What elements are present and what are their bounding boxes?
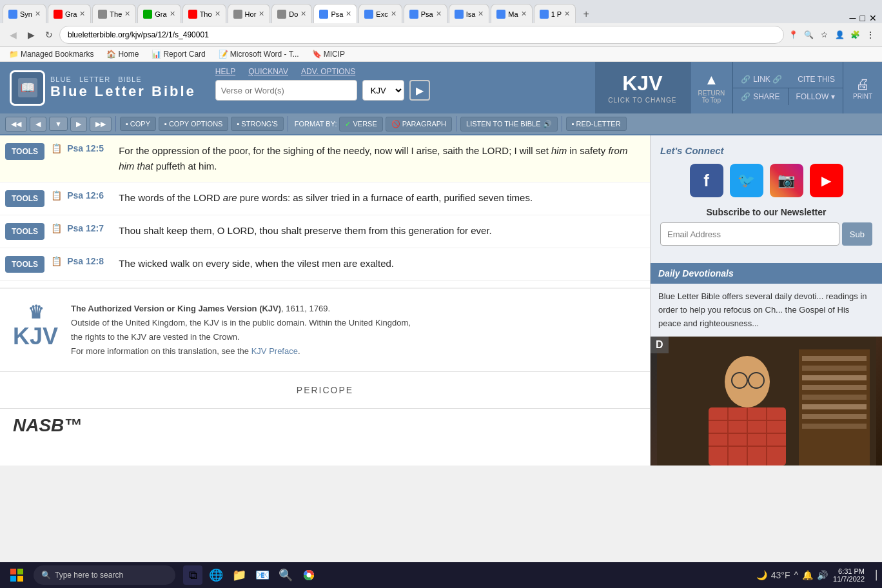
last-nav-button[interactable]: ▶▶	[90, 117, 112, 132]
paragraph-format-button[interactable]: 🚫 PARAGRAPH	[386, 117, 452, 132]
tab-10[interactable]: Psa ✕	[404, 4, 447, 23]
profile-icon[interactable]: 👤	[833, 28, 846, 41]
copy-icon-12-8[interactable]: 📋	[51, 256, 62, 266]
tab-13[interactable]: 1 P ✕	[534, 4, 576, 23]
verse-format-button[interactable]: ✓ VERSE	[339, 117, 382, 132]
bookmark-home[interactable]: 🏠 Home	[103, 48, 142, 60]
copy-icon-12-7[interactable]: 📋	[51, 223, 62, 233]
play-button[interactable]: ▶	[409, 80, 430, 101]
svg-rect-10	[802, 414, 867, 419]
youtube-button[interactable]: ▶	[810, 164, 843, 197]
print-button[interactable]: 🖨 PRINT	[843, 62, 882, 113]
search-input[interactable]	[215, 80, 357, 101]
video-thumbnail[interactable]: D	[651, 337, 882, 466]
copy-icon-12-5[interactable]: 📋	[51, 143, 62, 153]
kjv-footer-logo: ♛ KJV	[13, 302, 58, 358]
tab-2[interactable]: Gra ✕	[48, 4, 91, 23]
no-icon: 🚫	[391, 120, 400, 128]
tab-5[interactable]: Tho ✕	[182, 4, 226, 23]
prev-nav-button[interactable]: ◀	[30, 117, 46, 132]
tools-button-12-8[interactable]: TOOLS	[5, 256, 44, 273]
email-input[interactable]	[660, 222, 839, 246]
verse-row-12-8: TOOLS 📋 Psa 12:8 The wicked walk on ever…	[0, 248, 650, 281]
search-icon[interactable]: 🔍	[802, 28, 815, 41]
newsletter-title: Subscribe to our Newsletter	[660, 207, 872, 217]
first-nav-button[interactable]: ◀◀	[5, 117, 27, 132]
new-tab-button[interactable]: +	[577, 5, 595, 23]
bookmark-managed[interactable]: 📁 Managed Bookmarks	[5, 48, 97, 60]
follow-button[interactable]: FOLLOW ▾	[788, 88, 843, 105]
bookmark-star-icon[interactable]: ☆	[818, 28, 830, 41]
kjv-preface-link[interactable]: KJV Preface	[251, 346, 298, 356]
logo-full: Blue Letter Bible	[50, 83, 196, 100]
share-icon: 🔗	[741, 92, 750, 101]
refresh-button[interactable]: ↻	[41, 27, 57, 43]
down-nav-button[interactable]: ▼	[49, 117, 68, 131]
kjv-version-box[interactable]: KJV CLICK TO CHANGE	[595, 62, 690, 113]
bookmark-word[interactable]: 📝 Microsoft Word - T...	[215, 48, 303, 60]
tab-7[interactable]: Do ✕	[271, 4, 312, 23]
extensions-icon[interactable]: 🧩	[848, 28, 861, 41]
verse-ref-12-5: Psa 12:5	[67, 143, 112, 153]
address-bar[interactable]	[59, 26, 784, 44]
version-select[interactable]: KJV NIV ESV	[362, 80, 404, 101]
navigation-bar: ◀ ▶ ↻ 📍 🔍 ☆ 👤 🧩 ⋮	[0, 23, 882, 47]
tab-3[interactable]: The ✕	[92, 4, 136, 23]
listen-button[interactable]: LISTEN TO THE BIBLE 🔊	[460, 117, 558, 132]
subscribe-button[interactable]: Sub	[842, 222, 872, 246]
maximize-button[interactable]: □	[860, 13, 865, 23]
quicknav-link[interactable]: QUICKNAV	[248, 67, 288, 76]
twitter-button[interactable]: 🐦	[730, 164, 763, 197]
tab-4[interactable]: Gra ✕	[137, 4, 181, 23]
minimize-button[interactable]: ─	[850, 13, 856, 23]
newsletter-row: Sub	[660, 222, 872, 246]
pericope-label: PERICOPE	[297, 385, 353, 395]
tab-9[interactable]: Exc ✕	[358, 4, 402, 23]
tools-button-12-5[interactable]: TOOLS	[5, 143, 44, 160]
kjv-label: KJV	[622, 72, 662, 95]
return-to-top-label: RETURNTo Top	[698, 90, 725, 104]
adv-options-link[interactable]: ADV. OPTIONS	[301, 67, 355, 76]
copy-icon-12-6[interactable]: 📋	[51, 190, 62, 201]
menu-icon[interactable]: ⋮	[864, 28, 877, 41]
logo-letter: LETTER	[79, 75, 110, 83]
share-button[interactable]: 🔗 SHARE	[733, 88, 787, 105]
link-button[interactable]: 🔗 LINK 🔗	[733, 71, 790, 88]
cite-button[interactable]: CITE THIS	[790, 71, 843, 88]
instagram-button[interactable]: 📷	[770, 164, 803, 197]
tab-6[interactable]: Hor ✕	[228, 4, 271, 23]
bookmark-micip[interactable]: 🔖 MICIP	[308, 48, 349, 60]
bookmark-report-card[interactable]: 📊 Report Card	[148, 48, 209, 60]
newsletter-section: Subscribe to our Newsletter Sub	[660, 207, 872, 246]
tab-12[interactable]: Ma ✕	[491, 4, 532, 23]
format-label: FORMAT BY:	[295, 120, 337, 128]
tools-button-12-7[interactable]: TOOLS	[5, 223, 44, 240]
help-link[interactable]: HELP	[215, 67, 235, 76]
kjv-footer: ♛ KJV The Authorized Version or King Jam…	[0, 288, 650, 371]
print-icon: 🖨	[853, 76, 872, 93]
return-arrow-icon: ▲	[704, 72, 718, 88]
verse-row-12-5: TOOLS 📋 Psa 12:5 For the oppression of t…	[0, 135, 650, 182]
forward-button[interactable]: ▶	[23, 27, 39, 43]
back-button[interactable]: ◀	[5, 27, 21, 43]
daily-devos-text: Blue Letter Bible offers several daily d…	[651, 284, 882, 337]
toolbar: ◀◀ ◀ ▼ ▶ ▶▶ ▪ COPY ▪ COPY OPTIONS ▪ STRO…	[0, 113, 882, 135]
tab-1[interactable]: Syn ✕	[3, 4, 46, 23]
tab-11[interactable]: Isa ✕	[449, 4, 490, 23]
logo-text: BLUE LETTER BIBLE Blue Letter Bible	[50, 75, 196, 100]
svg-rect-8	[802, 395, 867, 400]
copy-options-button[interactable]: ▪ COPY OPTIONS	[159, 117, 228, 131]
facebook-button[interactable]: f	[690, 164, 723, 197]
red-letter-button[interactable]: ▪ RED-LETTER	[566, 117, 627, 131]
next-nav-button[interactable]: ▶	[70, 117, 87, 132]
tab-8-active[interactable]: Psa ✕	[313, 4, 357, 23]
tab-bar: Syn ✕ Gra ✕ The ✕ Gra ✕ Tho ✕ Hor ✕	[0, 0, 882, 23]
return-to-top-button[interactable]: ▲ RETURNTo Top	[691, 62, 734, 113]
close-window-button[interactable]: ✕	[869, 13, 877, 23]
tools-button-12-6[interactable]: TOOLS	[5, 190, 44, 207]
svg-rect-6	[802, 375, 867, 380]
strongs-button[interactable]: ▪ STRONG'S	[231, 117, 283, 131]
copy-button[interactable]: ▪ COPY	[120, 117, 156, 131]
svg-rect-5	[802, 366, 867, 371]
location-icon[interactable]: 📍	[787, 28, 799, 41]
